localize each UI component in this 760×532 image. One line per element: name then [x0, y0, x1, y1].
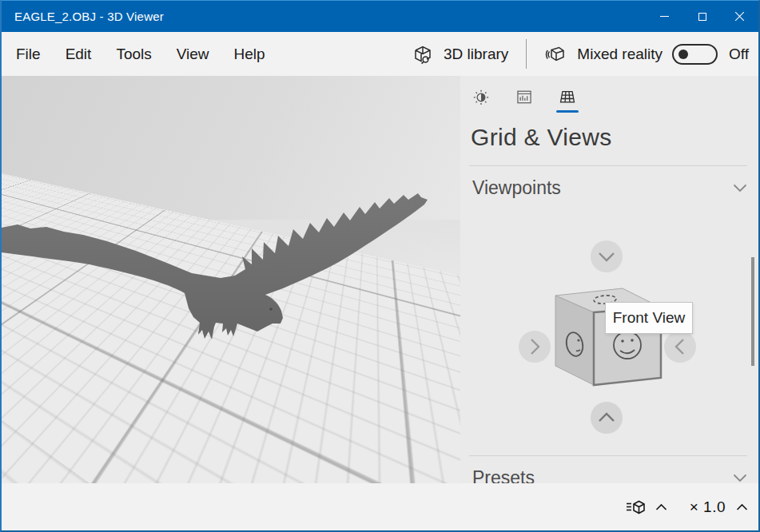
chevron-up-icon	[655, 503, 667, 511]
minimize-button[interactable]	[646, 1, 683, 32]
chevron-down-icon	[733, 474, 747, 482]
maximize-icon	[698, 13, 706, 21]
mixed-reality-label: Mixed reality	[577, 46, 663, 63]
menu-bar: File Edit Tools View Help 3D library	[2, 32, 758, 76]
3d-viewport[interactable]	[2, 76, 460, 483]
presets-label: Presets	[472, 467, 535, 483]
close-button[interactable]	[721, 1, 758, 32]
settings-panel: Grid & Views Viewpoints	[460, 76, 758, 483]
tooltip-text: Front View	[613, 309, 685, 327]
close-icon	[734, 11, 745, 22]
eagle-model[interactable]	[2, 76, 460, 483]
3d-library-icon	[412, 43, 434, 66]
chevron-down-icon	[733, 184, 747, 193]
tab-environment-lighting[interactable]	[470, 89, 492, 113]
rotate-right-button[interactable]	[664, 331, 696, 363]
rotate-up-button[interactable]	[591, 240, 623, 272]
menu-view[interactable]: View	[177, 46, 209, 63]
presets-section-header[interactable]: Presets	[460, 456, 758, 483]
3d-library-label: 3D library	[444, 46, 508, 63]
viewpoints-section-header[interactable]: Viewpoints	[460, 166, 758, 199]
window-title: EAGLE_2.OBJ - 3D Viewer	[2, 10, 164, 23]
model-list-button[interactable]	[625, 498, 667, 517]
sun-icon	[471, 89, 491, 106]
menu-edit[interactable]: Edit	[66, 46, 92, 63]
viewpoints-label: Viewpoints	[472, 177, 561, 199]
panel-title: Grid & Views	[460, 113, 758, 151]
model-list-cube-icon	[625, 498, 646, 517]
zoom-control[interactable]: × 1.0	[690, 498, 748, 516]
menu-tools[interactable]: Tools	[116, 46, 151, 63]
rotate-left-button[interactable]	[519, 331, 551, 363]
menu-file[interactable]: File	[16, 46, 41, 63]
menu-separator	[526, 39, 527, 69]
presets-section: Presets	[460, 455, 758, 483]
panel-tabs	[460, 76, 758, 113]
app-window: EAGLE_2.OBJ - 3D Viewer File Edit Tools …	[0, 0, 760, 532]
tab-stats[interactable]	[513, 89, 535, 113]
status-bar: × 1.0	[2, 483, 758, 530]
menu-items: File Edit Tools View Help	[2, 46, 290, 63]
title-bar: EAGLE_2.OBJ - 3D Viewer	[2, 1, 758, 32]
zoom-level-label: × 1.0	[690, 498, 726, 516]
grid-icon	[556, 89, 579, 106]
window-controls	[646, 1, 758, 32]
mixed-reality-icon	[544, 43, 567, 66]
minimize-icon	[660, 16, 669, 17]
menu-help[interactable]: Help	[234, 46, 265, 63]
mixed-reality-toggle[interactable]	[672, 44, 718, 65]
panel-scrollbar[interactable]	[751, 257, 754, 366]
tab-underline	[513, 110, 535, 113]
maximize-button[interactable]	[683, 1, 721, 32]
3d-library-button[interactable]: 3D library	[412, 43, 508, 66]
active-tab-underline	[556, 110, 579, 113]
chevron-up-icon	[736, 503, 748, 511]
viewpoint-cube-control	[508, 236, 708, 443]
tab-underline	[470, 110, 492, 113]
rotate-down-button[interactable]	[591, 402, 623, 434]
content-area: Grid & Views Viewpoints	[2, 76, 758, 483]
toggle-knob	[678, 50, 688, 59]
front-view-tooltip: Front View	[605, 302, 693, 334]
mixed-reality-state: Off	[729, 46, 749, 63]
stats-icon	[514, 89, 535, 106]
tab-grid-views[interactable]	[556, 89, 579, 113]
mixed-reality-group: Mixed reality Off	[544, 43, 749, 66]
